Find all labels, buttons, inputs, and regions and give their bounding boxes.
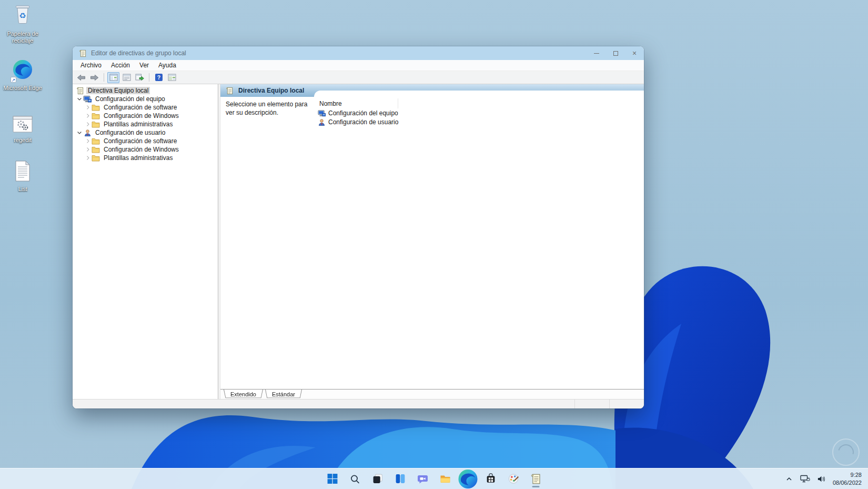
results-item-label: Configuración de usuario	[328, 118, 398, 126]
chevron-down-icon[interactable]	[76, 129, 83, 136]
help-button[interactable]: ?	[153, 72, 165, 83]
forward-button[interactable]	[88, 72, 100, 83]
taskbar-edge-button[interactable]	[459, 470, 478, 488]
tree-node-configuracion-de-usuario[interactable]: Configuración de usuario	[73, 128, 218, 137]
desktop-icon-list[interactable]: List	[2, 159, 43, 193]
tree-node-label: Directiva Equipo local	[86, 87, 150, 94]
gpedit-window: Editor de directivas de grupo local × Ar…	[73, 46, 644, 408]
results-item-configuracion-de-usuario[interactable]: Configuración de usuario	[314, 117, 644, 126]
chevron-right-icon[interactable]	[84, 154, 92, 162]
paint-icon	[508, 473, 519, 484]
tree-node-configuracion-de-windows[interactable]: Configuración de Windows	[73, 145, 218, 154]
minimize-button[interactable]	[587, 46, 606, 60]
taskbar-search-button[interactable]	[346, 470, 365, 488]
folder-icon	[92, 154, 100, 162]
tree-node-plantillas-administrativas[interactable]: Plantillas administrativas	[73, 154, 218, 162]
file-explorer-icon	[440, 474, 451, 484]
chevron-right-icon[interactable]	[84, 146, 92, 153]
results-item-label: Configuración del equipo	[328, 109, 398, 117]
tree-node-plantillas-administrativas[interactable]: Plantillas administrativas	[73, 120, 218, 128]
toolbar-separator	[149, 73, 149, 82]
properties-button[interactable]	[120, 72, 133, 83]
toolbar: ?	[73, 71, 644, 84]
tree-node-configuracion-del-equipo[interactable]: Configuración del equipo	[73, 95, 218, 103]
tray-chevron-icon[interactable]	[784, 472, 794, 486]
chevron-right-icon[interactable]	[84, 112, 92, 119]
taskbar-widgets-button[interactable]	[391, 470, 410, 488]
results-list: Nombre Configuración del equipo Configur…	[314, 97, 644, 389]
tab-estandar[interactable]: Estándar	[264, 390, 303, 399]
widgets-icon	[395, 473, 406, 484]
desktop-icon-label: regedit	[14, 137, 32, 144]
taskbar-clock[interactable]: 9:28 08/06/2022	[833, 471, 862, 486]
folder-icon	[92, 137, 100, 145]
menu-accion[interactable]: Acción	[106, 60, 135, 71]
menu-ver[interactable]: Ver	[135, 60, 154, 71]
extended-view-button[interactable]	[166, 72, 178, 83]
shortcut-arrow-icon: ↗	[11, 77, 16, 83]
results-header-title: Directiva Equipo local	[238, 87, 304, 94]
tree-node-label: Configuración de Windows	[102, 146, 180, 153]
menu-ayuda[interactable]: Ayuda	[154, 60, 181, 71]
taskbar-start-button[interactable]	[323, 470, 342, 488]
maximize-button[interactable]	[606, 46, 625, 60]
taskbar-center	[323, 468, 546, 489]
speaker-icon[interactable]	[816, 472, 827, 486]
desktop-icon-column: ♻ Papelera de reciclaje ↗ Microsoft Edge…	[2, 3, 43, 192]
tab-extendido[interactable]: Extendido	[223, 390, 264, 399]
chevron-right-icon[interactable]	[84, 137, 92, 145]
window-titlebar[interactable]: Editor de directivas de grupo local ×	[73, 46, 644, 60]
taskbar-task-view-button[interactable]	[368, 470, 387, 488]
search-icon	[350, 474, 360, 484]
folder-icon	[92, 121, 100, 128]
column-header-nombre[interactable]: Nombre	[314, 98, 398, 108]
window-body: Directiva Equipo local Configuración del…	[73, 84, 644, 399]
tree-node-label: Plantillas administrativas	[102, 154, 174, 162]
toolbar-separator	[104, 73, 104, 82]
tree-node-label: Plantillas administrativas	[102, 121, 174, 128]
desktop-icon-microsoft-edge[interactable]: ↗ Microsoft Edge	[2, 58, 43, 92]
chevron-right-icon[interactable]	[84, 121, 92, 128]
taskbar-file-explorer-button[interactable]	[436, 470, 455, 488]
folder-icon	[92, 104, 100, 112]
clock-date: 08/06/2022	[833, 479, 862, 486]
tree-node-label: Configuración del equipo	[94, 95, 167, 103]
chat-icon	[417, 473, 429, 485]
show-console-tree-button[interactable]	[107, 72, 119, 83]
tree-node-configuracion-de-windows[interactable]: Configuración de Windows	[73, 112, 218, 120]
taskbar-chat-button[interactable]	[413, 470, 432, 488]
list-file-icon	[14, 161, 31, 184]
computer-icon	[83, 95, 92, 103]
tree-node-configuracion-de-software[interactable]: Configuración de software	[73, 137, 218, 145]
properties-icon	[123, 74, 131, 81]
system-tray: 9:28 08/06/2022	[784, 468, 862, 489]
regedit-icon	[13, 116, 33, 135]
gpo-document-icon	[76, 87, 84, 95]
close-button[interactable]: ×	[625, 46, 644, 60]
taskbar-store-button[interactable]	[481, 470, 500, 488]
export-list-button[interactable]	[134, 72, 146, 83]
tree-node-configuracion-de-software[interactable]: Configuración de software	[73, 103, 218, 112]
chevron-right-icon[interactable]	[84, 104, 92, 111]
status-bar	[73, 399, 644, 408]
start-icon	[327, 473, 338, 484]
tree-node-directiva-equipo-local[interactable]: Directiva Equipo local	[73, 86, 218, 95]
results-panel: Directiva Equipo local Seleccione un ele…	[220, 84, 644, 399]
svg-text:?: ?	[157, 74, 160, 81]
taskbar-gpedit-button[interactable]	[527, 470, 546, 488]
gpedit-icon	[531, 473, 541, 485]
back-button[interactable]	[75, 72, 87, 83]
menu-archivo[interactable]: Archivo	[76, 60, 106, 71]
forward-arrow-icon	[90, 74, 99, 81]
help-icon: ?	[155, 74, 163, 81]
results-item-configuracion-del-equipo[interactable]: Configuración del equipo	[314, 108, 644, 117]
desktop: ♻ Papelera de reciclaje ↗ Microsoft Edge…	[0, 0, 868, 489]
taskbar-paint-button[interactable]	[504, 470, 523, 488]
desktop-icon-papelera-de-reciclaje[interactable]: ♻ Papelera de reciclaje	[2, 4, 43, 44]
desktop-icon-regedit[interactable]: regedit	[2, 111, 43, 144]
chevron-down-icon[interactable]	[76, 95, 83, 103]
active-app-indicator	[532, 486, 540, 487]
network-icon[interactable]	[800, 472, 811, 486]
svg-text:♻: ♻	[19, 11, 26, 20]
window-title: Editor de directivas de grupo local	[91, 49, 186, 57]
